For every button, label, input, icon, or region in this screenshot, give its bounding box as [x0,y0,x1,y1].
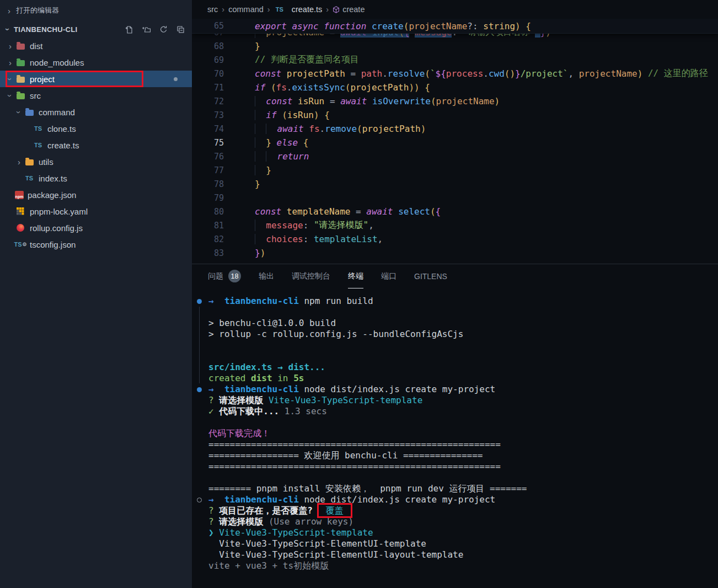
code-token [287,21,292,31]
clipped-code-line: 67projectName = await input({ message: '… [192,33,718,39]
code-token [521,21,526,31]
tab-输出[interactable]: 输出 [259,264,274,288]
terminal-token: node dist/index.js create my-project [299,384,495,394]
workspace-header[interactable]: › TIANBENCHU-CLI [0,21,192,38]
code-line-74: 74await fs.remove(projectPath) [192,122,718,136]
code-token [265,82,271,93]
tree-item-node_modules[interactable]: ›node_modules [0,54,192,71]
tab-问题[interactable]: 问题18 [208,264,241,288]
modified-dot [174,77,178,81]
code-token: ) [421,124,426,134]
tree-item-tsconfig.json[interactable]: ›TS⚙tsconfig.json [0,236,192,253]
tree-item-package.json[interactable]: ›npmpackage.json [0,186,192,203]
refresh-explorer-button[interactable] [157,23,169,35]
code-token: const [266,96,292,106]
terminal-token: → [208,494,224,505]
line-number: 76 [192,152,224,162]
tree-item-label: project [30,74,55,84]
code-token: , [378,234,383,244]
tree-item-label: node_modules [30,58,84,67]
code-text: choices: templateList, [255,234,383,244]
breadcrumb-item-command[interactable]: command [228,5,264,14]
terminal-token: ======== pnpm install 安装依赖， pnpm run dev… [208,483,527,494]
code-token [281,68,287,79]
code-token [367,96,372,106]
code-token: if [255,82,265,93]
terminal-content: → tianbenchu-cli npm run build> benchu-c… [208,296,718,571]
code-token: : [303,220,314,231]
code-token: { [436,206,441,217]
breadcrumb-item-src[interactable]: src [207,5,218,14]
command-finished-icon [197,299,202,304]
code-token: } [266,137,271,148]
code-token: } [255,248,260,258]
tree-item-src[interactable]: ›src [0,87,192,104]
code-token: templateList [314,234,378,244]
code-lines: 68}69// 判断是否覆盖同名项目70const projectPath = … [192,39,718,260]
new-folder-button[interactable] [140,23,152,35]
sticky-scroll-line[interactable]: 65export async function create(projectNa… [192,19,718,34]
line-number: 82 [192,234,224,244]
open-editors-section[interactable]: › 打开的编辑器 [0,0,192,21]
indent-guide-icon [255,165,266,175]
tree-item-create.ts[interactable]: ›TScreate.ts [0,137,192,153]
line-number: 70 [192,69,224,79]
breadcrumb-item-create[interactable]: create [333,5,365,14]
tree-item-dist[interactable]: ›dist [0,38,192,54]
collapse-folders-button[interactable] [174,23,186,35]
tab-终端[interactable]: 终端 [348,264,363,288]
line-number: 81 [192,221,224,231]
tree-item-index.ts[interactable]: ›TSindex.ts [0,170,192,186]
folder-icon [15,41,26,50]
folder-icon [15,58,26,67]
code-editor[interactable]: 65export async function create(projectNa… [192,19,718,264]
tab-GITLENS[interactable]: GITLENS [414,264,447,288]
code-line-83: 83}) [192,246,718,260]
code-text: await fs.remove(projectPath) [255,124,426,134]
code-token: } [540,33,546,38]
tree-item-utils[interactable]: ›utils [0,153,192,170]
breadcrumb-item-create.ts[interactable]: TScreate.ts [274,5,323,14]
code-token: await [277,124,304,134]
code-line-68: 68} [192,39,718,53]
ts-icon: TS [274,5,285,14]
chevron-right-icon: › [6,41,15,51]
editor-group: src›command›TScreate.ts›create 65export … [192,0,718,588]
terminal-line: ========================================… [208,461,718,472]
code-token [366,21,372,31]
tree-item-command[interactable]: ›command [0,104,192,120]
tree-item-clone.ts[interactable]: ›TSclone.ts [0,120,192,137]
terminal-line: → tianbenchu-cli node dist/index.js crea… [208,384,718,395]
terminal-line: > rollup -c rollup.config.js --bundleCon… [208,329,718,340]
indent-guide-icon [266,151,277,162]
chevron-right-icon: › [4,6,14,15]
code-token: : [452,33,462,38]
tab-端口[interactable]: 端口 [381,264,396,288]
new-file-button[interactable] [123,23,135,35]
code-text: message: "请选择模版", [255,220,374,231]
code-token: ) [515,21,521,31]
code-token: = [345,68,361,79]
code-token: { [526,21,531,31]
code-token: input [372,33,399,38]
folder-icon [24,108,35,116]
terminal-token: (Use arrow keys) [269,516,353,527]
explorer-actions [123,23,186,35]
tree-item-project[interactable]: ›project [0,71,192,87]
code-token: process [446,68,483,79]
code-text: return [255,151,309,162]
bottom-panel: 问题18输出调试控制台终端端口GITLENS → tianbenchu-cli … [192,264,718,588]
tree-item-pnpm-lock.yaml[interactable]: ›pnpm-lock.yaml [0,203,192,220]
chevron-right-icon: › [14,157,24,167]
code-line-82: 82choices: templateList, [192,232,718,246]
code-token: cwd [489,68,505,79]
code-token: () [505,68,515,79]
code-token: path [361,68,383,79]
terminal[interactable]: → tianbenchu-cli npm run build> benchu-c… [192,288,718,588]
code-token: { [324,110,330,120]
tree-item-rollup.config.js[interactable]: ›rollup.config.js [0,220,192,236]
terminal-line [208,351,718,362]
command-finished-icon [197,387,202,392]
tab-调试控制台[interactable]: 调试控制台 [292,264,330,288]
chevron-down-icon: › [6,91,15,100]
